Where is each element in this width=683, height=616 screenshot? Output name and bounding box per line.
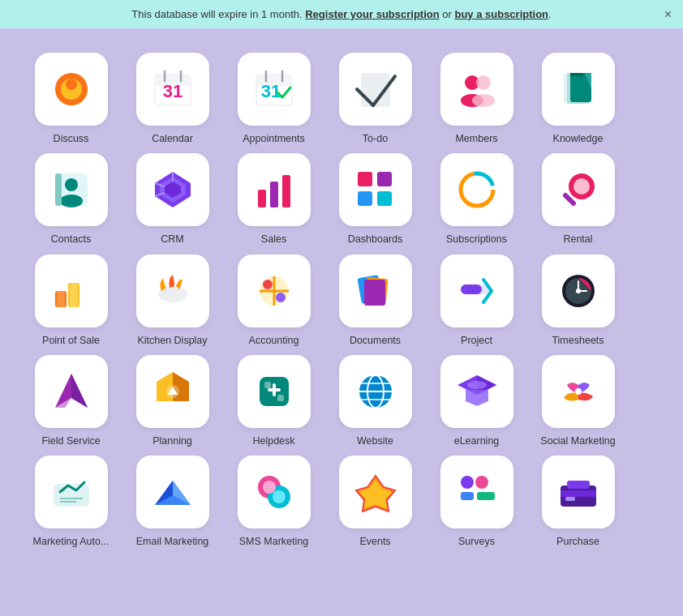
buy-link[interactable]: buy a subscription — [454, 8, 548, 20]
app-rental[interactable]: Rental — [531, 153, 625, 246]
app-members-label: Members — [455, 132, 497, 145]
app-members[interactable]: Members — [430, 53, 523, 145]
app-knowledge-icon — [542, 53, 615, 126]
app-appointments-icon: 31 — [238, 53, 311, 126]
svg-point-2 — [66, 79, 77, 90]
app-elearning[interactable]: eLearning — [430, 355, 523, 447]
app-website-label: Website — [357, 434, 393, 447]
svg-point-27 — [60, 195, 83, 207]
svg-point-26 — [65, 178, 78, 191]
app-documents-icon — [339, 255, 412, 327]
app-social-marketing[interactable]: Social Marketing — [531, 355, 625, 447]
app-events[interactable]: Events — [329, 456, 422, 548]
app-surveys-label: Surveys — [458, 535, 495, 548]
app-email-marketing-label: Email Marketing — [136, 535, 209, 548]
register-link[interactable]: Register your subscription — [305, 8, 439, 20]
app-todo-label: To-do — [363, 132, 388, 145]
svg-rect-40 — [358, 191, 372, 206]
app-discuss[interactable]: Discuss — [24, 53, 118, 145]
svg-point-87 — [467, 381, 487, 389]
svg-rect-41 — [377, 191, 392, 206]
app-appointments-label: Appointments — [243, 132, 304, 145]
app-pos-icon — [35, 255, 108, 327]
app-social-marketing-label: Social Marketing — [540, 434, 615, 447]
svg-rect-61 — [461, 284, 482, 294]
app-marketing-auto-label: Marketing Auto... — [33, 535, 110, 548]
svg-rect-28 — [55, 173, 62, 206]
app-helpdesk-label: Helpdesk — [252, 434, 294, 447]
svg-rect-109 — [567, 481, 590, 489]
notification-text: This database will expire in 1 month. Re… — [131, 8, 551, 20]
app-dashboards[interactable]: Dashboards — [329, 153, 422, 246]
svg-point-56 — [276, 293, 286, 302]
app-rental-label: Rental — [563, 233, 592, 246]
app-website[interactable]: Website — [329, 355, 422, 447]
app-members-icon — [440, 53, 513, 126]
app-documents-label: Documents — [350, 334, 401, 347]
svg-point-103 — [475, 476, 488, 489]
app-planning[interactable]: Planning — [126, 355, 219, 447]
app-pos[interactable]: Point of Sale — [24, 255, 118, 347]
svg-rect-59 — [364, 280, 385, 306]
app-kitchen[interactable]: Kitchen Display — [126, 255, 219, 347]
app-project[interactable]: Project — [430, 255, 523, 347]
app-crm[interactable]: CRM — [126, 153, 219, 246]
app-elearning-label: eLearning — [454, 434, 500, 447]
app-purchase-icon — [542, 456, 615, 528]
app-todo-icon — [339, 53, 412, 126]
svg-point-19 — [472, 94, 495, 107]
app-sms-marketing-icon — [238, 456, 311, 528]
app-todo[interactable]: To-do — [329, 53, 422, 145]
app-calendar-label: Calendar — [152, 132, 193, 145]
app-sales[interactable]: Sales — [227, 153, 320, 246]
app-accounting-label: Accounting — [249, 334, 299, 347]
svg-point-88 — [575, 388, 582, 395]
apps-grid: Discuss 31 Calendar 31 Appo — [0, 28, 683, 564]
app-crm-label: CRM — [161, 233, 183, 246]
app-planning-icon — [136, 355, 209, 428]
svg-rect-105 — [477, 492, 495, 500]
app-calendar[interactable]: 31 Calendar — [126, 53, 219, 145]
svg-text:31: 31 — [260, 81, 280, 101]
svg-point-45 — [573, 178, 590, 195]
svg-text:31: 31 — [162, 81, 182, 101]
app-project-icon — [440, 255, 513, 327]
app-discuss-icon — [35, 53, 108, 126]
notification-bar: This database will expire in 1 month. Re… — [0, 0, 683, 28]
app-subscriptions-label: Subscriptions — [446, 233, 507, 246]
app-sales-icon — [238, 153, 311, 226]
app-subscriptions[interactable]: Subscriptions — [430, 153, 523, 246]
notification-close-button[interactable]: × — [664, 7, 672, 22]
app-purchase-label: Purchase — [556, 535, 599, 548]
app-events-icon — [339, 456, 412, 528]
svg-rect-48 — [57, 291, 65, 307]
app-timesheets-label: Timesheets — [552, 334, 604, 347]
app-surveys[interactable]: Surveys — [430, 456, 523, 548]
app-purchase[interactable]: Purchase — [531, 456, 625, 548]
svg-rect-38 — [358, 172, 372, 186]
app-knowledge[interactable]: Knowledge — [531, 53, 625, 145]
svg-point-97 — [263, 481, 276, 494]
svg-rect-35 — [258, 190, 266, 207]
app-field-service-label: Field Service — [41, 434, 100, 447]
app-planning-label: Planning — [152, 434, 192, 447]
app-timesheets[interactable]: Timesheets — [531, 255, 625, 347]
app-documents[interactable]: Documents — [329, 255, 422, 347]
app-email-marketing[interactable]: Email Marketing — [126, 456, 219, 548]
app-marketing-auto[interactable]: Marketing Auto... — [24, 456, 118, 548]
app-sms-marketing[interactable]: SMS Marketing — [227, 456, 320, 548]
app-sales-label: Sales — [261, 233, 286, 246]
app-helpdesk-icon — [238, 355, 311, 428]
app-accounting[interactable]: Accounting — [227, 255, 320, 347]
app-elearning-icon — [440, 355, 513, 428]
svg-marker-68 — [71, 374, 88, 408]
svg-point-102 — [461, 476, 474, 489]
app-marketing-auto-icon — [35, 456, 108, 528]
app-crm-icon — [136, 153, 209, 226]
app-kitchen-label: Kitchen Display — [137, 334, 207, 347]
app-appointments[interactable]: 31 Appointments — [227, 53, 320, 145]
app-contacts[interactable]: Contacts — [24, 153, 118, 246]
app-helpdesk[interactable]: Helpdesk — [227, 355, 320, 447]
svg-point-17 — [476, 75, 491, 90]
app-field-service[interactable]: Field Service — [24, 355, 118, 447]
